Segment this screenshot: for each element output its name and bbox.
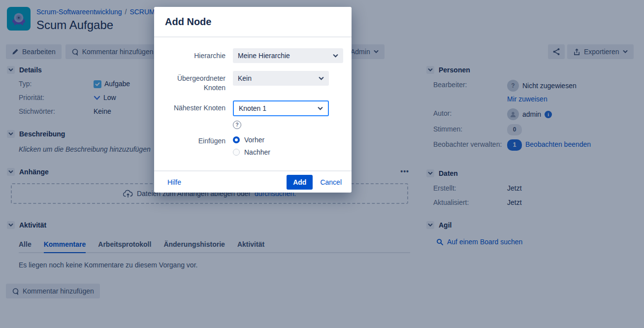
insert-before-label: Vorher bbox=[244, 136, 264, 144]
parent-node-label: Übergeordneter Knoten bbox=[154, 71, 225, 93]
radio-unselected-icon bbox=[233, 149, 240, 156]
chevron-down-icon bbox=[319, 76, 324, 81]
hierarchy-label: Hierarchie bbox=[154, 48, 225, 61]
hierarchy-select[interactable]: Meine Hierarchie bbox=[233, 48, 343, 63]
nearest-node-label: Nähester Knoten bbox=[154, 100, 225, 113]
insert-option-before[interactable]: Vorher bbox=[233, 136, 270, 144]
radio-selected-icon bbox=[233, 136, 240, 143]
dialog-title: Add Node bbox=[154, 7, 352, 37]
jira-issue-page: Scrum-Softwareentwicklung / SCRUM-1 Scum… bbox=[0, 0, 644, 328]
insert-after-label: Nachher bbox=[244, 148, 270, 156]
parent-node-select[interactable]: Kein bbox=[233, 71, 329, 86]
help-icon[interactable] bbox=[233, 121, 241, 129]
add-button[interactable]: Add bbox=[287, 175, 313, 190]
nearest-node-selected-value: Knoten 1 bbox=[239, 104, 266, 112]
cancel-button[interactable]: Cancel bbox=[320, 178, 342, 186]
hierarchy-field-row: Hierarchie Meine Hierarchie bbox=[154, 48, 352, 63]
chevron-down-icon bbox=[333, 53, 338, 59]
add-node-dialog: Add Node Hierarchie Meine Hierarchie Übe… bbox=[154, 7, 352, 193]
insert-label: Einfügen bbox=[154, 136, 225, 146]
parent-node-selected-value: Kein bbox=[238, 74, 252, 82]
nearest-node-field-row: Nähester Knoten Knoten 1 bbox=[154, 100, 352, 129]
help-link[interactable]: Hilfe bbox=[167, 178, 181, 186]
insert-option-after[interactable]: Nachher bbox=[233, 148, 270, 156]
hierarchy-selected-value: Meine Hierarchie bbox=[238, 52, 290, 60]
insert-field-row: Einfügen Vorher Nachher bbox=[154, 136, 352, 161]
chevron-down-icon bbox=[318, 106, 323, 111]
parent-node-field-row: Übergeordneter Knoten Kein bbox=[154, 71, 352, 93]
dialog-footer: Hilfe Add Cancel bbox=[154, 170, 352, 193]
nearest-node-select[interactable]: Knoten 1 bbox=[233, 100, 329, 116]
